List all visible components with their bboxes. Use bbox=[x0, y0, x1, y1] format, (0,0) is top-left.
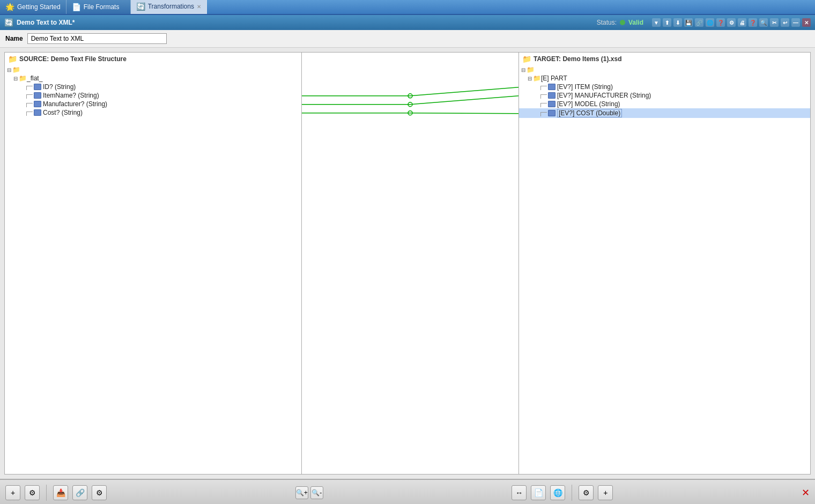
itemname-connector bbox=[26, 94, 33, 99]
root-folder-icon: 📁 bbox=[12, 66, 20, 73]
manufacturer-t-label: [EV?] MANUFACTURER (String) bbox=[557, 92, 651, 99]
dropdown-icon[interactable]: ▼ bbox=[652, 18, 661, 27]
zoom-in-button[interactable]: 🔍+ bbox=[295, 486, 308, 499]
item-connector bbox=[540, 86, 547, 90]
icon-11[interactable]: ✂ bbox=[770, 18, 779, 27]
status-area: Status: Valid ▼ ⬆ ⬇ 💾 🔗 🌐 ❓ ⚙ 🖨 ❓ 🔍 ✂ ↩ … bbox=[597, 18, 811, 27]
name-input[interactable] bbox=[27, 33, 167, 44]
getting-started-icon: 🌟 bbox=[5, 3, 14, 11]
target-model-item[interactable]: [EV?] MODEL (String) bbox=[519, 100, 810, 108]
icon-7[interactable]: ⚙ bbox=[727, 18, 736, 27]
icon-1[interactable]: ⬆ bbox=[663, 18, 671, 27]
root-expand-icon: ⊟ bbox=[7, 67, 11, 73]
flat-folder-icon: 📁 bbox=[19, 75, 27, 82]
add-button[interactable]: + bbox=[5, 485, 20, 500]
source-itemname-item[interactable]: ItemName? (String) bbox=[5, 91, 301, 100]
tab-transformations-close[interactable]: ✕ bbox=[197, 4, 201, 10]
cost-t-field-icon bbox=[548, 110, 555, 116]
export-button[interactable]: 🌐 bbox=[550, 485, 565, 500]
tab-getting-started-label: Getting Started bbox=[17, 3, 61, 11]
source-panel-title: SOURCE: Demo Text File Structure bbox=[19, 55, 127, 63]
cost-t-connector bbox=[540, 112, 547, 116]
id-label: ID? (String) bbox=[43, 83, 76, 91]
add-button-right[interactable]: + bbox=[598, 485, 613, 500]
icon-12[interactable]: ↩ bbox=[781, 18, 789, 27]
zoom-out-button[interactable]: 🔍- bbox=[310, 486, 323, 499]
svg-point-5 bbox=[408, 102, 412, 107]
part-label: [E] PART bbox=[541, 75, 567, 82]
source-id-item[interactable]: ID? (String) bbox=[5, 83, 301, 91]
connection-svg bbox=[302, 53, 518, 474]
source-manufacturer-item[interactable]: Manufacturer? (String) bbox=[5, 100, 301, 108]
cost-connector bbox=[26, 112, 33, 116]
fit-button[interactable]: ↔ bbox=[512, 485, 527, 500]
source-panel-header: 📁 SOURCE: Demo Text File Structure bbox=[5, 53, 301, 65]
id-connector bbox=[26, 86, 33, 90]
icon-3[interactable]: 💾 bbox=[684, 18, 693, 27]
svg-line-7 bbox=[410, 113, 518, 114]
icon-2[interactable]: ⬇ bbox=[673, 18, 682, 27]
source-folder-icon: 📁 bbox=[8, 55, 17, 63]
title-toolbar: ▼ ⬆ ⬇ 💾 🔗 🌐 ❓ ⚙ 🖨 ❓ 🔍 ✂ ↩ — ✕ bbox=[652, 18, 811, 27]
flat-expand-icon: ⊟ bbox=[13, 76, 18, 81]
target-root[interactable]: ⊟ 📁 bbox=[519, 65, 810, 74]
manufacturer-t-field-icon bbox=[548, 92, 555, 99]
target-panel: 📁 TARGET: Demo Items (1).xsd ⊟ 📁 ⊟ 📁 [E]… bbox=[518, 52, 811, 475]
target-tree: ⊟ 📁 ⊟ 📁 [E] PART [EV?] ITEM (String) bbox=[519, 65, 810, 118]
manufacturer-t-connector bbox=[540, 94, 547, 99]
itemname-label: ItemName? (String) bbox=[43, 92, 99, 99]
icon-4[interactable]: 🔗 bbox=[695, 18, 703, 27]
bottom-toolbar: + ⚙ 📥 🔗 ⚙ 🔍+ 🔍- ↔ 📄 🌐 ⚙ + ✕ bbox=[0, 479, 815, 504]
target-item-item[interactable]: [EV?] ITEM (String) bbox=[519, 83, 810, 91]
source-root[interactable]: ⊟ 📁 bbox=[5, 65, 301, 74]
target-part-item[interactable]: ⊟ 📁 [E] PART bbox=[519, 74, 810, 83]
close-button-bottom[interactable]: ✕ bbox=[802, 487, 810, 499]
tab-file-formats[interactable]: 📄 File Formats bbox=[66, 0, 131, 14]
target-folder-icon: 📁 bbox=[522, 55, 531, 63]
tab-transformations-label: Transformations bbox=[148, 3, 194, 10]
part-folder-icon: 📁 bbox=[533, 75, 541, 82]
icon-6[interactable]: ❓ bbox=[716, 18, 725, 27]
part-expand-icon: ⊟ bbox=[528, 76, 532, 81]
svg-point-8 bbox=[408, 111, 412, 115]
status-label: Status: bbox=[597, 19, 617, 26]
tab-file-formats-label: File Formats bbox=[84, 3, 120, 11]
source-flat-item[interactable]: ⊟ 📁 _flat_ bbox=[5, 74, 301, 83]
import-button[interactable]: 📥 bbox=[53, 485, 68, 500]
source-panel: 📁 SOURCE: Demo Text File Structure ⊟ 📁 ⊟… bbox=[4, 52, 302, 475]
id-field-icon bbox=[34, 84, 41, 90]
model-connector bbox=[540, 103, 547, 107]
main-area: 📁 SOURCE: Demo Text File Structure ⊟ 📁 ⊟… bbox=[0, 48, 815, 479]
tab-transformations[interactable]: 🔄 Transformations ✕ bbox=[131, 0, 207, 14]
settings-button-left[interactable]: ⚙ bbox=[25, 485, 40, 500]
source-tree: ⊟ 📁 ⊟ 📁 _flat_ ID? (String) bbox=[5, 65, 301, 117]
connection-area bbox=[302, 52, 518, 475]
target-panel-title: TARGET: Demo Items (1).xsd bbox=[534, 55, 621, 63]
source-cost-item[interactable]: Cost? (String) bbox=[5, 108, 301, 117]
itemname-field-icon bbox=[34, 92, 41, 99]
icon-9[interactable]: ❓ bbox=[749, 18, 757, 27]
settings-button-right[interactable]: ⚙ bbox=[579, 485, 594, 500]
icon-8[interactable]: 🖨 bbox=[738, 18, 746, 27]
target-cost-item[interactable]: [EV?] COST (Double) bbox=[519, 108, 810, 118]
tab-getting-started[interactable]: 🌟 Getting Started bbox=[0, 0, 66, 14]
minimize-button[interactable]: — bbox=[791, 18, 800, 27]
target-manufacturer-item[interactable]: [EV?] MANUFACTURER (String) bbox=[519, 91, 810, 100]
flat-label: _flat_ bbox=[27, 75, 42, 82]
target-root-expand: ⊟ bbox=[521, 67, 525, 73]
separator-1 bbox=[46, 485, 47, 501]
title-bar: 🔄 Demo Text to XML* Status: Valid ▼ ⬆ ⬇ … bbox=[0, 15, 815, 30]
link-button[interactable]: 🔗 bbox=[72, 485, 87, 500]
svg-point-2 bbox=[408, 94, 412, 98]
icon-5[interactable]: 🌐 bbox=[706, 18, 714, 27]
panel-container: 📁 SOURCE: Demo Text File Structure ⊟ 📁 ⊟… bbox=[4, 52, 811, 475]
zoom-area: 🔍+ 🔍- bbox=[295, 486, 323, 499]
cost-t-label: [EV?] COST (Double) bbox=[557, 109, 622, 117]
status-text: Valid bbox=[628, 19, 643, 26]
report-button[interactable]: 📄 bbox=[531, 485, 546, 500]
item-field-icon bbox=[548, 84, 555, 90]
plugin-button[interactable]: ⚙ bbox=[92, 485, 107, 500]
name-row: Name bbox=[0, 30, 815, 48]
icon-10[interactable]: 🔍 bbox=[759, 18, 768, 27]
close-button[interactable]: ✕ bbox=[802, 18, 811, 27]
